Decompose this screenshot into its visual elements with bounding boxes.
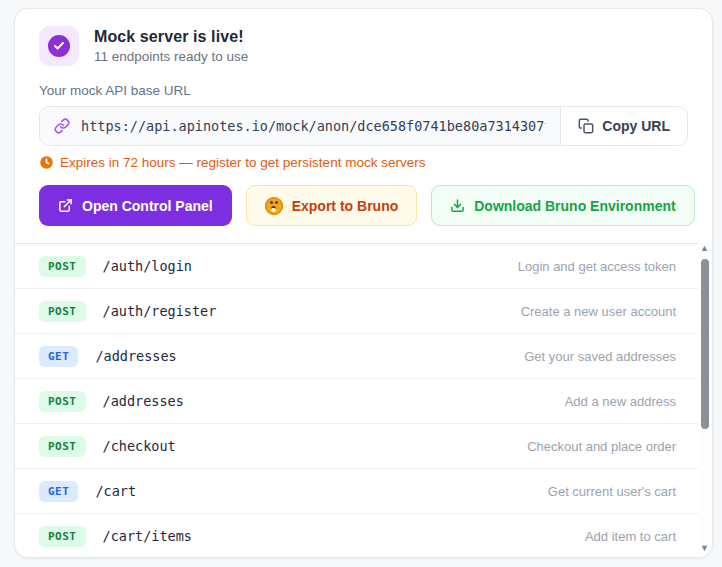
scroll-down-icon[interactable]: ▼ (700, 542, 709, 555)
expires-note: Expires in 72 hours — register to get pe… (39, 155, 688, 170)
method-badge: GET (39, 481, 78, 502)
endpoint-list: POST /auth/login Login and get access to… (15, 244, 712, 558)
base-url-bar: https://api.apinotes.io/mock/anon/dce658… (39, 106, 688, 146)
endpoint-description: Checkout and place order (527, 439, 676, 454)
method-badge: GET (39, 346, 78, 367)
endpoint-row[interactable]: POST /cart/items Add item to cart (15, 514, 712, 558)
endpoint-row[interactable]: POST /auth/register Create a new user ac… (15, 289, 712, 334)
scrollbar-thumb[interactable] (701, 259, 709, 429)
action-buttons: Open Control Panel Export to Bruno Downl… (39, 185, 688, 226)
endpoint-row[interactable]: POST /addresses Add a new address (15, 379, 712, 424)
endpoint-path: /auth/register (103, 303, 217, 319)
endpoint-row[interactable]: GET /cart Get current user's cart (15, 469, 712, 514)
link-icon (54, 118, 70, 134)
base-url-field[interactable]: https://api.apinotes.io/mock/anon/dce658… (40, 107, 561, 145)
base-url-label: Your mock API base URL (39, 83, 688, 98)
endpoint-path: /checkout (103, 438, 176, 454)
server-live-icon (39, 26, 79, 66)
method-badge: POST (39, 436, 86, 457)
bruno-logo-icon (265, 197, 283, 215)
open-control-panel-label: Open Control Panel (82, 198, 213, 214)
endpoint-description: Add item to cart (585, 529, 676, 544)
export-to-bruno-button[interactable]: Export to Bruno (246, 185, 418, 226)
endpoint-path: /addresses (95, 348, 176, 364)
expires-note-text: Expires in 72 hours — register to get pe… (60, 155, 425, 170)
copy-icon (578, 118, 594, 134)
mock-server-panel: Mock server is live! 11 endpoints ready … (14, 8, 713, 558)
method-badge: POST (39, 301, 86, 322)
base-url-value: https://api.apinotes.io/mock/anon/dce658… (81, 118, 546, 134)
clock-icon (39, 155, 54, 170)
endpoint-list-scrollbar[interactable]: ▲ ▼ (698, 242, 711, 555)
endpoint-path: /cart/items (103, 528, 192, 544)
endpoint-description: Get current user's cart (548, 484, 676, 499)
method-badge: POST (39, 256, 86, 277)
export-to-bruno-label: Export to Bruno (292, 198, 399, 214)
copy-url-button[interactable]: Copy URL (561, 107, 687, 145)
endpoint-row[interactable]: GET /addresses Get your saved addresses (15, 334, 712, 379)
header-row: Mock server is live! 11 endpoints ready … (39, 26, 688, 66)
check-circle-icon (48, 35, 70, 57)
download-bruno-environment-button[interactable]: Download Bruno Environment (431, 185, 694, 226)
scroll-up-icon[interactable]: ▲ (700, 242, 709, 255)
endpoint-row[interactable]: POST /auth/login Login and get access to… (15, 244, 712, 289)
endpoint-description: Add a new address (565, 394, 676, 409)
endpoint-row[interactable]: POST /checkout Checkout and place order (15, 424, 712, 469)
page-title: Mock server is live! (94, 28, 248, 46)
download-icon (450, 198, 465, 213)
endpoint-path: /addresses (103, 393, 184, 409)
header-text: Mock server is live! 11 endpoints ready … (94, 28, 248, 64)
endpoint-description: Create a new user account (521, 304, 676, 319)
panel-header: Mock server is live! 11 endpoints ready … (15, 9, 712, 226)
download-bruno-environment-label: Download Bruno Environment (474, 198, 675, 214)
endpoint-path: /cart (95, 483, 136, 499)
endpoint-path: /auth/login (103, 258, 192, 274)
method-badge: POST (39, 391, 86, 412)
copy-url-label: Copy URL (602, 118, 670, 134)
endpoints-count: 11 endpoints ready to use (94, 49, 248, 64)
endpoint-description: Login and get access token (518, 259, 676, 274)
endpoint-description: Get your saved addresses (524, 349, 676, 364)
method-badge: POST (39, 526, 86, 547)
external-link-icon (58, 198, 73, 213)
open-control-panel-button[interactable]: Open Control Panel (39, 185, 232, 226)
